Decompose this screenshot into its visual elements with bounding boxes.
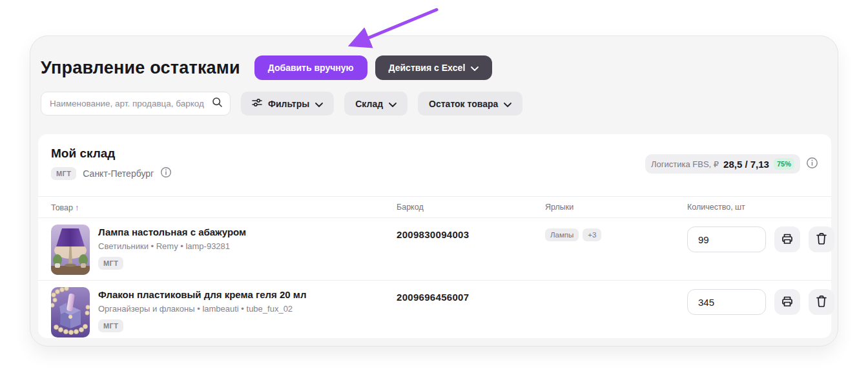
column-header-product-label: Товар [51,203,73,212]
trash-icon [816,232,827,247]
logistics-percent-badge: 75% [774,158,794,170]
card-header: Управление остатками Добавить вручную Де… [41,55,492,80]
delete-button[interactable] [809,289,834,315]
stock-chip-label: Остаток товара [429,99,498,109]
product-subtitle: Светильники • Remy • lamp-93281 [98,241,246,251]
product-labels: Лампы +3 [545,225,687,241]
product-image [51,225,90,275]
chevron-down-icon [471,63,479,73]
info-icon[interactable] [160,166,172,181]
column-header-labels: Ярлыки [545,203,687,212]
product-labels [545,287,687,291]
chevron-down-icon [504,99,512,109]
warehouse-title: Мой склад [51,146,172,161]
product-title[interactable]: Флакон пластиковый для крема геля 20 мл [98,289,306,300]
stock-chip[interactable]: Остаток товара [418,92,522,116]
logistics-info: Логистика FBS, ₽ 28,5 / 7,13 75% [645,154,818,174]
warehouse-city: Санкт-Петербург [83,168,154,179]
product-image [51,287,90,337]
excel-actions-button-label: Действия с Excel [389,63,466,73]
product-title[interactable]: Лампа настольная с абажуром [98,226,246,237]
column-header-barcode: Баркод [397,203,545,212]
warehouse-card: Мой склад МГТ Санкт-Петербург Логистика … [38,134,831,338]
product-subtitle: Органайзеры и флаконы • lambeauti • tube… [98,304,306,314]
add-manual-button-label: Добавить вручную [268,63,354,73]
column-header-quantity: Количество, шт [687,203,831,212]
quantity-input[interactable] [687,226,766,252]
sliders-icon [252,98,262,109]
table-row: Флакон пластиковый для крема геля 20 мл … [38,280,831,343]
info-icon[interactable] [806,157,818,172]
quantity-input[interactable] [687,289,766,315]
search-icon [212,97,223,110]
print-button[interactable] [774,289,800,315]
logistics-label: Логистика FBS, ₽ [651,159,719,169]
search-input[interactable] [50,99,212,108]
excel-actions-button[interactable]: Действия с Excel [375,55,493,80]
trash-icon [816,295,827,310]
product-tag: МГТ [98,319,123,332]
sort-up-icon[interactable]: ↑ [75,203,79,212]
warehouse-chip-label: Склад [355,99,383,109]
stock-management-card: Управление остатками Добавить вручную Де… [30,35,838,347]
product-tag: МГТ [98,257,123,270]
label-more-pill[interactable]: +3 [583,228,601,241]
label-pill[interactable]: Лампы [545,228,579,241]
table-header-row: Товар↑ Баркод Ярлыки Количество, шт [38,196,831,218]
print-button[interactable] [774,226,800,252]
delete-button[interactable] [809,226,834,252]
column-header-product[interactable]: Товар↑ [38,203,397,212]
page-title: Управление остатками [41,58,240,78]
logistics-value: 28,5 / 7,13 [723,159,769,170]
chevron-down-icon [389,99,397,109]
product-barcode: 2009696456007 [397,287,545,303]
printer-icon [781,232,794,247]
filters-chip-label: Фильтры [268,99,309,109]
add-manual-button[interactable]: Добавить вручную [254,55,367,80]
product-barcode: 2009830094003 [397,225,545,240]
printer-icon [781,295,794,310]
filter-row: Фильтры Склад Остаток товара [41,92,522,116]
filters-chip[interactable]: Фильтры [241,92,334,116]
chevron-down-icon [315,99,323,109]
table-row: Лампа настольная с абажуром Светильники … [38,218,831,280]
logistics-pill: Логистика FBS, ₽ 28,5 / 7,13 75% [645,154,800,174]
warehouse-tag: МГТ [51,167,76,180]
warehouse-header: Мой склад МГТ Санкт-Петербург Логистика … [38,134,831,196]
warehouse-chip[interactable]: Склад [344,92,408,116]
search-box[interactable] [41,92,231,116]
